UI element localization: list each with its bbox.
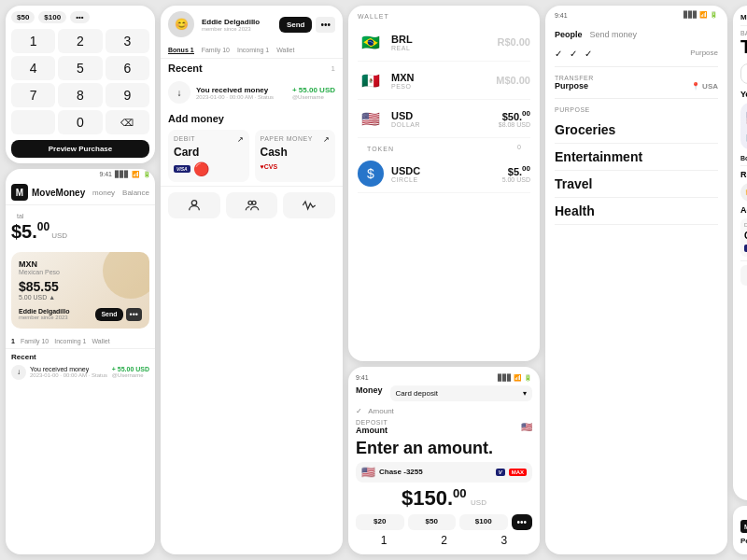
nav-balance[interactable]: Balance [122,189,149,197]
separator-2 [555,98,718,99]
nav-money[interactable]: money [92,189,115,197]
wallet-list-phone: WALLET 🇧🇷 BRL REAL R$0.00 🇲🇽 MXN PESO [348,6,540,361]
more-dots[interactable]: ••• [70,11,89,23]
wifi-icon: 📶 [132,171,140,178]
quick-50[interactable]: $50 [408,514,457,530]
usdc-flag: $ [358,161,384,187]
column-2: 😊 Eddie Delgadillo member since 2023 Sen… [161,6,343,554]
deposit-phone: 9:41 ▊▊▊ 📶 🔋 Money Card deposit ▾ ✓ Amou… [348,367,540,554]
tab-send-money[interactable]: Send money [590,30,638,39]
sm-signal: ▊▊▊ [684,11,698,19]
cash-option[interactable]: PAPER MONEY ↗ Cash ♥CVS [255,130,336,182]
key-5[interactable]: 5 [58,56,102,80]
currency-usd[interactable]: 🇺🇸 USD DOLLAR $50.00 $8.08 USD [358,100,530,138]
check-3: ✓ [585,49,592,59]
more-button[interactable]: ••• [126,308,142,321]
more-dots-btn[interactable]: ••• [316,17,335,33]
rp-add-title: Add money [740,205,747,215]
key-9[interactable]: 9 [106,83,149,107]
quick-more[interactable]: ••• [512,514,533,530]
tab-family[interactable]: Family 10 [202,47,230,54]
debit-title: Card [174,146,244,159]
key-8[interactable]: 8 [58,83,102,107]
key-1[interactable]: 1 [11,29,55,53]
right-panel: Money Balance BALANCE Total $0 Withdraw … [733,6,747,500]
amount-chip-50[interactable]: $50 [11,11,35,23]
usdc-amount: $5.00 5.00 USD [502,164,530,184]
currency-usdc[interactable]: $ USDC CIRCLE $5.00 5.00 USD [358,155,530,193]
card-deposit-dropdown[interactable]: Card deposit ▾ [390,385,532,401]
tab-incoming[interactable]: Incoming 1 [54,338,86,344]
currency-mxn[interactable]: 🇲🇽 MXN PESO M$0.00 [358,62,530,100]
recent-amount: + 55.00 USD [112,366,149,372]
time: 9:41 [99,171,112,178]
rp-tab2-bonus[interactable]: Bonus 1 [740,155,747,161]
header-user-since: member since 2023 [202,26,260,32]
status-bar: 9:41 ▊▊▊ 📶 🔋 [6,169,155,180]
rp-debit-opt[interactable]: DEBIT ↗ Card VISA 🔴 [740,218,747,257]
currency-brl[interactable]: 🇧🇷 BRL REAL R$0.00 [358,23,530,62]
separator [555,66,718,67]
bottom-phone: 9:41 ▊▊▊ 📶 🔋 M MoveMoney People Send mon… [733,506,747,554]
rf-date: 2023-01-00 · 00:00 AM · Status [196,94,287,100]
person-icon-btn[interactable] [168,192,220,218]
key-2[interactable]: 2 [58,29,102,53]
balance-amount: $5.00 [11,220,49,243]
visa-badge: VISA [174,165,190,173]
tab-money[interactable]: Money [356,385,383,401]
tab-incoming[interactable]: Incoming 1 [237,47,269,54]
withdraw-button[interactable]: Withdraw [740,63,747,84]
tab-1[interactable]: 1 [11,338,15,344]
card-select-row[interactable]: 🇺🇸 Chase -3255 V MAX [356,462,532,483]
tab-wallet[interactable]: Wallet [276,47,294,54]
tab-bonus[interactable]: Bonus 1 [168,47,194,54]
add-money-title: Add money [168,113,335,124]
paper-type: PAPER MONEY [261,135,313,144]
balance-label: tal [11,209,149,220]
key-0[interactable]: 0 [58,110,102,134]
key-3[interactable]: 3 [106,29,149,53]
token-label: TOKEN [367,146,394,152]
wallet-top-phone: 😊 Eddie Delgadillo member since 2023 Sen… [161,6,343,554]
rp-person-icon[interactable] [740,265,747,286]
deposit-signal: ▊▊▊ [498,374,512,382]
rp-tabs2: Bonus 1 Family 10 Incoming [740,155,747,166]
tab-people[interactable]: People [555,30,583,39]
quick-100[interactable]: $100 [459,514,508,530]
bp-tabs: People Send money [740,533,747,549]
card-name: Chase -3255 [379,468,492,476]
bp-tab-people[interactable]: People [740,537,747,545]
deposit-label: DEPOSIT [356,419,388,426]
purpose-groceries[interactable]: Groceries [555,117,718,144]
send-button-top[interactable]: Send [279,17,313,33]
purpose-travel[interactable]: Travel [555,171,718,198]
token-count: 0 [517,144,521,150]
quick-20[interactable]: $20 [356,514,404,530]
debit-card-option[interactable]: DEBIT ↗ Card VISA 🔴 [168,130,249,182]
recent-row: Recent ↓ You received money 2023-01-00 ·… [6,348,155,384]
num-2[interactable]: 2 [416,534,472,547]
usdc-sub: 5.00 USD [502,176,530,183]
key-delete[interactable]: ⌫ [106,110,149,134]
num-1[interactable]: 1 [356,534,412,547]
purpose-section: TRANSFER Purpose 📍 USA [545,71,727,94]
purpose-entertainment[interactable]: Entertainment [555,144,718,171]
activity-icon-btn[interactable] [283,192,335,218]
purpose-health[interactable]: Health [555,198,718,225]
tab-wallet[interactable]: Wallet [92,338,110,344]
usd-main: $50.00 [499,109,530,122]
group-icon-btn[interactable] [226,192,278,218]
header-send: 😊 Eddie Delgadillo member since 2023 Sen… [161,6,343,43]
key-7[interactable]: 7 [11,83,55,107]
usd-flag: 🇺🇸 [358,105,384,132]
preview-purchase-button[interactable]: Preview Purchase [11,140,149,158]
amount-chip-100[interactable]: $100 [38,11,66,23]
tab-family[interactable]: Family 10 [21,338,49,344]
recent-desc: You received money [30,366,108,372]
app-logo: M [11,184,28,201]
send-button[interactable]: Send [95,308,122,321]
rp-tab-money[interactable]: Money [740,13,747,21]
key-6[interactable]: 6 [106,56,149,80]
num-3[interactable]: 3 [476,534,532,547]
key-4[interactable]: 4 [11,56,55,80]
